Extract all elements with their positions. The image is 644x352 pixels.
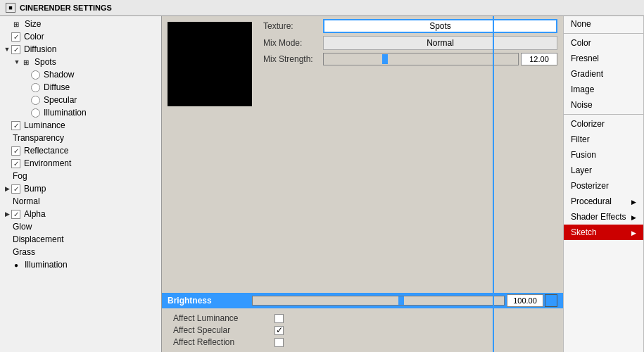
submenu-arrow-shaderEffects	[631, 212, 636, 222]
menu-item-shaderEffects[interactable]: Shader Effects	[564, 209, 643, 225]
menu-label-sketch: Sketch	[571, 227, 597, 237]
radio-shadow[interactable]	[31, 70, 40, 80]
sidebar-label-illumination: Illumination	[44, 108, 87, 118]
menu-label-fresnel: Fresnel	[571, 54, 599, 63]
affect-reflection-check[interactable]	[274, 338, 284, 347]
menu-item-sketch[interactable]: Sketch	[564, 225, 643, 240]
sidebar-item-environment[interactable]: Environment	[0, 157, 161, 170]
menu-item-layer[interactable]: Layer	[564, 163, 643, 178]
sidebar-label-diffusion: Diffusion	[24, 44, 56, 54]
menu-label-image: Image	[571, 84, 594, 94]
sidebar-item-illumination[interactable]: Illumination	[0, 106, 161, 119]
menu-item-image[interactable]: Image	[564, 82, 643, 97]
menu-item-filter[interactable]: Filter	[564, 132, 643, 147]
texture-label: Texture:	[263, 21, 323, 31]
affect-specular-row: Affect Specular ✓	[173, 325, 552, 335]
affect-luminance-row: Affect Luminance	[173, 313, 552, 323]
brightness-extra-btn[interactable]	[545, 294, 557, 307]
left-panel: ⊞SizeColorDiffusion⊞SpotsShadowDiffuseSp…	[0, 16, 162, 352]
radio-specular[interactable]	[31, 96, 40, 105]
sidebar-label-fog: Fog	[13, 171, 27, 181]
radio-diffuse[interactable]	[31, 83, 40, 92]
affect-reflection-label: Affect Reflection	[173, 337, 272, 347]
brightness-bar[interactable]: Brightness 100.00	[162, 293, 563, 308]
main-dropdown: NoneColorFresnelGradientImageNoiseColori…	[563, 16, 644, 352]
sidebar-label-spots: Spots	[34, 57, 56, 67]
sidebar-item-illumination2[interactable]: ●Illumination	[0, 258, 161, 271]
menu-item-posterizer[interactable]: Posterizer	[564, 178, 643, 194]
sidebar-label-glow: Glow	[13, 222, 32, 232]
sidebar-item-bump[interactable]: Bump	[0, 182, 161, 195]
sidebar-label-environment: Environment	[24, 158, 71, 168]
mixstrength-thumb	[382, 54, 388, 64]
tree-arrow-alpha	[3, 210, 11, 218]
affect-section: Affect Luminance Affect Specular ✓ Affec…	[162, 308, 563, 352]
checkbox-environment[interactable]	[11, 159, 20, 168]
menu-item-fresnel[interactable]: Fresnel	[564, 51, 643, 66]
checkbox-reflectance[interactable]	[11, 146, 20, 156]
title-bar: ■ CINERENDER SETTINGS	[0, 0, 644, 16]
sidebar-item-size[interactable]: ⊞Size	[0, 18, 161, 30]
sidebar-item-luminance[interactable]: Luminance	[0, 119, 161, 132]
menu-item-gradient[interactable]: Gradient	[564, 66, 643, 82]
submenu-arrow-procedural	[631, 196, 636, 206]
checkbox-color[interactable]	[11, 32, 20, 42]
title-label: CINERENDER SETTINGS	[20, 4, 112, 12]
properties-area: Texture: Spots Mix Mode: Normal Mix Stre…	[258, 16, 563, 293]
sidebar-item-diffuse[interactable]: Diffuse	[0, 81, 161, 94]
sidebar-label-bump: Bump	[24, 184, 46, 194]
sidebar-item-reflectance[interactable]: Reflectance	[0, 144, 161, 157]
brightness-value: 100.00	[507, 294, 543, 307]
menu-label-noise: Noise	[571, 100, 593, 110]
sidebar-label-diffuse: Diffuse	[44, 82, 70, 92]
menu-label-shaderEffects: Shader Effects	[571, 212, 626, 222]
sidebar-item-color[interactable]: Color	[0, 30, 161, 43]
sidebar-item-specular[interactable]: Specular	[0, 94, 161, 106]
affect-specular-check[interactable]: ✓	[274, 326, 284, 335]
sidebar-item-spots[interactable]: ⊞Spots	[0, 56, 161, 68]
sidebar-label-luminance: Luminance	[24, 120, 65, 130]
checkbox-luminance[interactable]	[11, 121, 20, 130]
texture-input[interactable]: Spots	[323, 19, 557, 33]
sidebar-label-size: Size	[25, 19, 41, 29]
sidebar-label-grass: Grass	[13, 247, 35, 257]
brightness-slider[interactable]	[252, 296, 505, 306]
circle-icon-illumination2: ●	[11, 260, 21, 270]
checkbox-alpha[interactable]	[11, 210, 20, 219]
sidebar-item-diffusion[interactable]: Diffusion	[0, 43, 161, 56]
affect-luminance-check[interactable]	[274, 314, 284, 323]
brightness-label: Brightness	[168, 296, 252, 306]
sidebar-item-displacement[interactable]: Displacement	[0, 233, 161, 246]
sidebar-item-glow[interactable]: Glow	[0, 220, 161, 233]
menu-label-color: Color	[571, 38, 591, 48]
tree-arrow-spots	[13, 58, 21, 66]
divider-line	[493, 16, 494, 352]
mixstrength-slider[interactable]	[323, 53, 519, 65]
menu-item-none[interactable]: None	[564, 16, 643, 32]
checkbox-bump[interactable]	[11, 184, 20, 194]
sidebar-item-grass[interactable]: Grass	[0, 246, 161, 258]
menu-item-noise[interactable]: Noise	[564, 97, 643, 113]
menu-label-fusion: Fusion	[571, 150, 596, 160]
menu-item-colorizer[interactable]: Colorizer	[564, 116, 643, 132]
sidebar-item-alpha[interactable]: Alpha	[0, 208, 161, 220]
sidebar-item-fog[interactable]: Fog	[0, 170, 161, 182]
menu-item-color[interactable]: Color	[564, 35, 643, 51]
sidebar-item-normal[interactable]: Normal	[0, 195, 161, 208]
brightness-section: Brightness 100.00	[162, 293, 563, 308]
divider-after-none	[564, 33, 643, 34]
checkbox-diffusion[interactable]	[11, 45, 20, 54]
sidebar-label-transparency: Transparency	[13, 133, 64, 143]
middle-panel: Texture: Spots Mix Mode: Normal Mix Stre…	[162, 16, 563, 352]
grid-icon-size: ⊞	[11, 19, 21, 29]
sidebar-label-normal: Normal	[13, 196, 40, 206]
sidebar-item-shadow[interactable]: Shadow	[0, 68, 161, 81]
menu-item-fusion[interactable]: Fusion	[564, 147, 643, 163]
mixmode-value[interactable]: Normal	[323, 36, 557, 50]
radio-illumination[interactable]	[31, 108, 40, 118]
menu-label-procedural: Procedural	[571, 196, 612, 206]
sidebar-item-transparency[interactable]: Transparency	[0, 132, 161, 144]
menu-label-none: None	[571, 19, 591, 29]
brightness-thumb	[398, 296, 404, 305]
menu-item-procedural[interactable]: Procedural	[564, 194, 643, 209]
